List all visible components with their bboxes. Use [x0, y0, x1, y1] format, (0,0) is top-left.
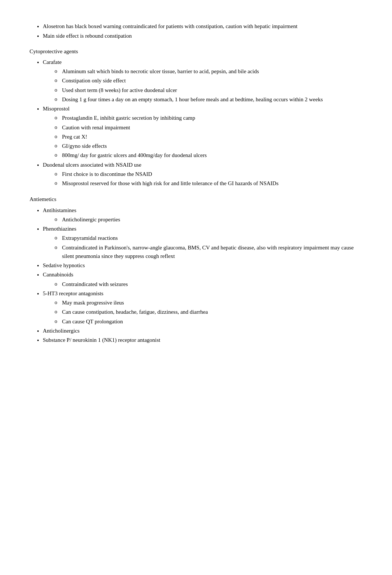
list-item-phenothiazines: Phenothiazines Extrapyramidal reactions …: [43, 225, 362, 261]
misoprostol-sub-1: Prostaglandin E, inhibit gastric secreti…: [55, 114, 362, 122]
carafate-sub-2: Constipation only side effect: [55, 76, 362, 85]
duodenal-sub-2: Misoprostol reserved for those with high…: [55, 179, 362, 188]
cannabinoids-sub-1: Contraindicated with seizures: [55, 280, 362, 289]
list-item-misoprostol: Misoprostol Prostaglandin E, inhibit gas…: [43, 105, 362, 160]
antiemetics-heading: Antiemetics: [30, 195, 362, 204]
cannabinoids-sublist: Contraindicated with seizures: [43, 280, 362, 289]
5ht3-sub-1: May mask progressive ileus: [55, 299, 362, 307]
carafate-sublist: Aluminum salt which binds to necrotic ul…: [43, 67, 362, 104]
duodenal-sublist: First choice is to discontinue the NSAID…: [43, 170, 362, 188]
misoprostol-sub-4: GI/gyno side effects: [55, 142, 362, 150]
top-bullet-item-1: Alosetron has black boxed warning contra…: [43, 22, 362, 31]
phenothiazines-sub-1: Extrapyramidal reactions: [55, 234, 362, 242]
misoprostol-sub-3: Preg cat X!: [55, 133, 362, 141]
list-item-substance-p: Substance P/ neurokinin 1 (NK1) receptor…: [43, 336, 362, 344]
list-item-sedative: Sedative hypnotics: [43, 261, 362, 270]
carafate-sub-4: Dosing 1 g four times a day on an empty …: [55, 95, 362, 104]
list-item-cannabinoids: Cannabinoids Contraindicated with seizur…: [43, 271, 362, 289]
misoprostol-sub-5: 800mg/ day for gastric ulcers and 400mg/…: [55, 151, 362, 160]
carafate-sub-1: Aluminum salt which binds to necrotic ul…: [55, 67, 362, 76]
list-item-anticholinergics: Anticholinergics: [43, 327, 362, 335]
misoprostol-sub-2: Caution with renal impairment: [55, 123, 362, 132]
antihistamines-sub-1: Anticholinergic properties: [55, 215, 362, 224]
duodenal-sub-1: First choice is to discontinue the NSAID: [55, 170, 362, 178]
5ht3-sublist: May mask progressive ileus Can cause con…: [43, 299, 362, 326]
misoprostol-sublist: Prostaglandin E, inhibit gastric secreti…: [43, 114, 362, 160]
antihistamines-sublist: Anticholinergic properties: [43, 215, 362, 224]
cytoprotective-heading: Cytoprotective agents: [30, 47, 362, 56]
list-item-duodenal: Duodenal ulcers associated with NSAID us…: [43, 161, 362, 188]
list-item-antihistamines: Antihistamines Anticholinergic propertie…: [43, 206, 362, 224]
top-bullet-list: Alosetron has black boxed warning contra…: [30, 22, 362, 41]
carafate-sub-3: Used short term (8 weeks) for active duo…: [55, 86, 362, 95]
top-bullet-item-2: Main side effect is rebound constipation: [43, 32, 362, 40]
cytoprotective-list: Carafate Aluminum salt which binds to ne…: [30, 58, 362, 188]
antiemetics-list: Antihistamines Anticholinergic propertie…: [30, 206, 362, 345]
list-item-carafate: Carafate Aluminum salt which binds to ne…: [43, 58, 362, 104]
5ht3-sub-2: Can cause constipation, headache, fatigu…: [55, 308, 362, 316]
phenothiazines-sub-2: Contraindicated in Parkinson's, narrow-a…: [55, 244, 362, 261]
5ht3-sub-3: Can cause QT prolongation: [55, 317, 362, 326]
list-item-5ht3: 5-HT3 receptor antagonists May mask prog…: [43, 289, 362, 326]
phenothiazines-sublist: Extrapyramidal reactions Contraindicated…: [43, 234, 362, 261]
